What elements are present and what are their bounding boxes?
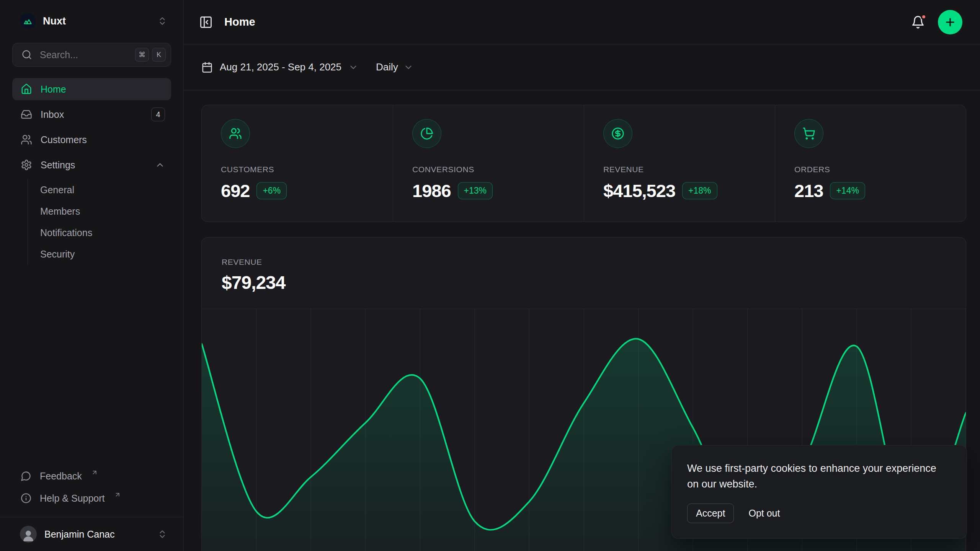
sidebar-item-label: Customers (41, 134, 87, 145)
stat-value: 1986 (412, 180, 451, 201)
search-placeholder: Search... (40, 49, 127, 60)
sidebar-subitem-members[interactable]: Members (40, 201, 171, 222)
stat-label: CUSTOMERS (221, 165, 384, 174)
sidebar-item-inbox[interactable]: Inbox4 (12, 103, 171, 126)
stat-card-conversions[interactable]: CONVERSIONS1986+13% (393, 105, 584, 222)
arrow-up-right-icon (114, 491, 121, 498)
nuxt-mountains-icon (23, 16, 33, 26)
granularity-select[interactable]: Daily (376, 61, 413, 73)
sidebar-link-help-support[interactable]: Help & Support (12, 487, 171, 509)
sidebar: Nuxt Search... ⌘ K HomeInbox4CustomersSe… (0, 0, 184, 551)
sidebar-item-label: Home (41, 84, 66, 95)
sidebar-subnav: GeneralMembersNotificationsSecurity (28, 179, 171, 265)
sidebar-nav: HomeInbox4CustomersSettingsGeneralMember… (12, 78, 171, 268)
search-shortcut: ⌘ K (135, 48, 166, 62)
filter-toolbar: Aug 21, 2025 - Sep 4, 2025 Daily (184, 44, 980, 90)
arrow-up-right-icon (91, 469, 98, 476)
accept-button[interactable]: Accept (687, 504, 734, 523)
chevron-down-icon (348, 62, 358, 72)
brand-name: Nuxt (43, 15, 66, 27)
user-name: Benjamin Canac (44, 529, 114, 540)
stat-icon-circle (221, 119, 250, 148)
cart-icon (802, 127, 815, 140)
chevron-down-icon (403, 62, 413, 72)
stat-label: ORDERS (794, 165, 957, 174)
info-icon (21, 493, 31, 504)
stat-label: REVENUE (603, 165, 766, 174)
calendar-icon (201, 62, 213, 73)
add-button[interactable] (938, 10, 962, 34)
sidebar-subitem-security[interactable]: Security (40, 243, 171, 265)
sidebar-item-customers[interactable]: Customers (12, 129, 171, 151)
cookie-message: We use first-party cookies to enhance yo… (687, 461, 944, 492)
sidebar-link-feedback[interactable]: Feedback (12, 465, 171, 487)
circle-dollar-icon (611, 127, 624, 140)
cookie-actions: Accept Opt out (687, 504, 951, 523)
users-icon (229, 127, 242, 140)
header-actions (911, 10, 962, 34)
sidebar-link-label: Help & Support (40, 493, 105, 504)
panel-left-close-icon (199, 15, 213, 29)
stat-card-orders[interactable]: ORDERS213+14% (775, 105, 966, 222)
date-range-picker[interactable]: Aug 21, 2025 - Sep 4, 2025 (201, 61, 358, 73)
revenue-chart-header: REVENUE $79,234 (202, 238, 966, 293)
stat-delta-badge: +13% (458, 182, 493, 199)
inbox-icon (21, 109, 32, 120)
search-input[interactable]: Search... ⌘ K (12, 43, 171, 67)
search-icon (21, 49, 32, 60)
stat-value: $415,523 (603, 180, 675, 201)
stat-delta-badge: +6% (256, 182, 287, 199)
chevron-up-icon (155, 160, 165, 170)
gear-icon (21, 159, 32, 171)
stat-card-customers[interactable]: CUSTOMERS692+6% (202, 105, 393, 222)
chevrons-up-down-icon (157, 529, 167, 539)
stat-delta-badge: +14% (830, 182, 865, 199)
page-header: Home (184, 0, 980, 44)
sidebar-item-settings[interactable]: Settings (12, 154, 171, 176)
workspace-switcher[interactable]: Nuxt (12, 9, 171, 33)
users-icon (21, 134, 32, 145)
stat-card-revenue[interactable]: REVENUE$415,523+18% (584, 105, 775, 222)
granularity-value: Daily (376, 61, 398, 73)
message-circle-icon (21, 471, 31, 481)
page-title: Home (224, 16, 255, 28)
stat-label: CONVERSIONS (412, 165, 575, 174)
sidebar-subitem-notifications[interactable]: Notifications (40, 222, 171, 243)
stat-icon-circle (603, 119, 632, 148)
sidebar-link-label: Feedback (40, 471, 82, 482)
opt-out-button[interactable]: Opt out (748, 508, 780, 519)
sidebar-item-label: Settings (41, 160, 75, 171)
kbd-cmd: ⌘ (135, 48, 149, 62)
stat-value: 692 (221, 180, 250, 201)
date-range-value: Aug 21, 2025 - Sep 4, 2025 (220, 61, 341, 73)
sidebar-subitem-general[interactable]: General (40, 179, 171, 201)
stat-icon-circle (412, 119, 441, 148)
sidebar-item-home[interactable]: Home (12, 78, 171, 100)
sidebar-footer: FeedbackHelp & Support (12, 465, 171, 517)
chevrons-up-down-icon (157, 16, 167, 26)
notification-dot (921, 14, 927, 20)
nuxt-logo (20, 13, 36, 29)
pie-chart-icon (420, 127, 433, 140)
revenue-chart-label: REVENUE (222, 258, 966, 267)
stats-row: CUSTOMERS692+6%CONVERSIONS1986+13%REVENU… (201, 105, 966, 222)
revenue-chart-value: $79,234 (222, 272, 966, 293)
avatar (20, 526, 37, 543)
stat-delta-badge: +18% (682, 182, 717, 199)
user-menu[interactable]: Benjamin Canac (12, 517, 171, 551)
notifications-button[interactable] (911, 15, 925, 29)
sidebar-item-label: Inbox (41, 109, 64, 120)
kbd-k: K (152, 48, 166, 62)
house-icon (21, 83, 32, 95)
cookie-banner: We use first-party cookies to enhance yo… (671, 445, 967, 539)
inbox-count-badge: 4 (151, 108, 165, 121)
collapse-sidebar-button[interactable] (199, 15, 213, 29)
stat-icon-circle (794, 119, 823, 148)
stat-value: 213 (794, 180, 823, 201)
plus-icon (944, 16, 956, 28)
